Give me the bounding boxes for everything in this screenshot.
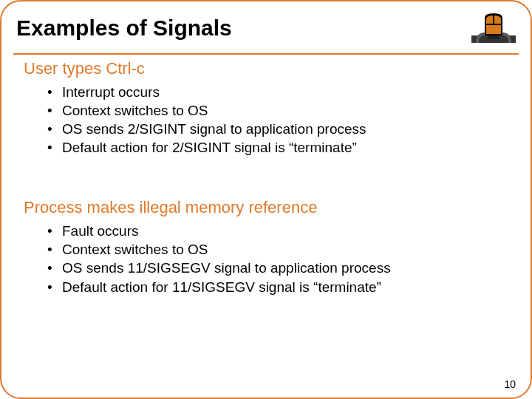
slide-frame: Examples of Signals User types Ctrl-c In… — [0, 0, 532, 399]
svg-rect-1 — [486, 24, 501, 25]
list-item: Context switches to OS — [52, 101, 508, 120]
list-item: Interrupt occurs — [52, 83, 508, 101]
list-item: OS sends 11/SIGSEGV signal to applicatio… — [52, 259, 508, 277]
slide-title: Examples of Signals — [16, 16, 232, 41]
list-item: Context switches to OS — [52, 240, 508, 259]
bullet-list: Interrupt occurs Context switches to OS … — [24, 83, 508, 157]
bullet-list: Fault occurs Context switches to OS OS s… — [24, 222, 508, 296]
title-bar: Examples of Signals — [13, 6, 519, 55]
princeton-shield-icon — [471, 10, 516, 46]
list-item: Fault occurs — [52, 222, 508, 240]
slide-content: User types Ctrl-c Interrupt occurs Conte… — [24, 59, 508, 296]
list-item: Default action for 2/SIGINT signal is “t… — [52, 138, 508, 157]
section-heading: Process makes illegal memory reference — [24, 198, 508, 217]
list-item: OS sends 2/SIGINT signal to application … — [52, 120, 508, 138]
section-heading: User types Ctrl-c — [24, 59, 508, 78]
page-number: 10 — [504, 378, 516, 390]
list-item: Default action for 11/SIGSEGV signal is … — [52, 278, 508, 296]
svg-rect-2 — [493, 16, 494, 24]
svg-rect-3 — [488, 35, 499, 39]
